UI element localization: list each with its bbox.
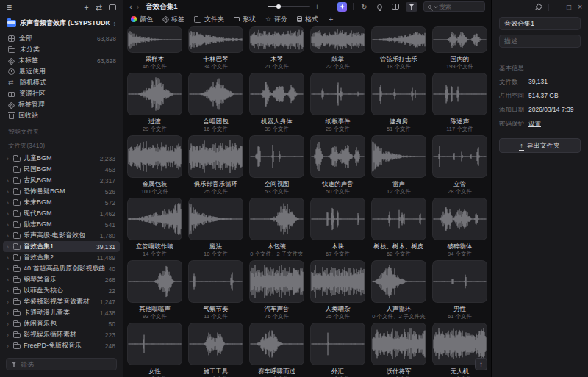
audio-folder-card[interactable]: 施工工具86 个文件: [188, 323, 243, 377]
add-filter-icon[interactable]: +: [329, 15, 333, 24]
audio-folder-card[interactable]: 树枝、树木、树皮62 个文件: [371, 198, 426, 257]
caret-icon[interactable]: ›: [5, 210, 10, 218]
caret-icon[interactable]: ›: [5, 188, 10, 195]
search-input[interactable]: [439, 3, 481, 10]
waveform-thumbnail[interactable]: [188, 260, 243, 303]
sidebar-item-未分类[interactable]: 未分类: [0, 44, 123, 55]
waveform-thumbnail[interactable]: [127, 26, 182, 53]
waveform-thumbnail[interactable]: [249, 198, 304, 240]
zoom-slider[interactable]: − +: [259, 3, 320, 11]
waveform-thumbnail[interactable]: [310, 26, 365, 53]
audio-folder-card[interactable]: 纸板事件29 个文件: [310, 73, 365, 132]
folder-item-励志BGM[interactable]: ›励志BGM541: [3, 219, 120, 230]
caret-icon[interactable]: ›: [5, 320, 10, 328]
audio-folder-card[interactable]: 国内的199 个文件: [432, 26, 487, 70]
back-icon[interactable]: ‹: [129, 0, 132, 13]
caret-icon[interactable]: ›: [5, 265, 10, 273]
caret-icon[interactable]: ›: [5, 155, 10, 162]
toggle-sidebar-icon[interactable]: [109, 4, 116, 10]
waveform-thumbnail[interactable]: [188, 26, 243, 53]
audio-folder-card[interactable]: 女性51 个文件: [127, 323, 182, 377]
hamburger-menu-icon[interactable]: ≡: [7, 2, 12, 12]
pin-icon[interactable]: [533, 2, 543, 12]
sidebar-item-未标签[interactable]: 未标签63,828: [0, 55, 123, 66]
zoom-slider-track[interactable]: [268, 6, 310, 7]
caret-icon[interactable]: ›: [5, 309, 10, 317]
waveform-thumbnail[interactable]: [127, 73, 182, 115]
audio-folder-card[interactable]: 木块67 个文件: [310, 198, 365, 257]
audio-folder-card[interactable]: 汽车声音76 个文件: [249, 260, 304, 320]
audio-folder-card[interactable]: 沃什将军35 个文件: [371, 323, 426, 377]
waveform-thumbnail[interactable]: [249, 323, 304, 365]
waveform-thumbnail[interactable]: [371, 323, 426, 365]
audio-folder-card[interactable]: 空间视图53 个文件: [249, 135, 304, 195]
folder-item-未来BGM[interactable]: ›未来BGM572: [3, 197, 120, 208]
add-library-icon[interactable]: +: [84, 3, 88, 12]
filter-panel-icon[interactable]: [406, 2, 417, 12]
filter-chip-folder[interactable]: 文件夹: [194, 15, 224, 24]
zoom-in-icon[interactable]: +: [315, 3, 319, 11]
audio-folder-card[interactable]: 人类嘈杂25 个文件: [310, 260, 365, 320]
sync-icon[interactable]: ⇄: [96, 3, 102, 12]
caret-icon[interactable]: ›: [5, 276, 10, 284]
sidebar-item-最近使用[interactable]: 最近使用: [0, 66, 123, 77]
waveform-thumbnail[interactable]: [127, 260, 182, 303]
waveform-thumbnail[interactable]: [371, 198, 426, 240]
waveform-thumbnail[interactable]: [249, 73, 304, 115]
sidebar-filter-box[interactable]: [6, 358, 117, 370]
folder-item-古风BGM[interactable]: ›古风BGM2,317: [3, 175, 120, 186]
folder-item-以菲盘为核心[interactable]: ›以菲盘为核心22: [3, 285, 120, 296]
caret-icon[interactable]: ›: [5, 177, 10, 184]
filter-chip-format[interactable]: 格式: [297, 15, 318, 24]
chevron-down-icon[interactable]: [434, 4, 438, 8]
caret-icon[interactable]: ›: [5, 254, 10, 262]
audio-folder-card[interactable]: 其他嗡嗡声93 个文件: [127, 260, 182, 320]
audio-folder-card[interactable]: 合唱团包16 个文件: [188, 73, 243, 132]
filter-chip-color[interactable]: 颜色: [131, 15, 153, 24]
sidebar-item-全部[interactable]: 全部63,828: [0, 33, 123, 44]
waveform-thumbnail[interactable]: [249, 135, 304, 178]
zoom-slider-knob[interactable]: [276, 4, 281, 9]
folder-item-卡通动漫儿童类[interactable]: ›卡通动漫儿童类1,438: [3, 307, 120, 318]
waveform-thumbnail[interactable]: [310, 323, 365, 365]
waveform-thumbnail[interactable]: [127, 323, 182, 365]
folder-item-休闲音乐包[interactable]: ›休闲音乐包50: [3, 318, 120, 329]
audio-folder-card[interactable]: 过渡29 个文件: [127, 73, 182, 132]
audio-folder-card[interactable]: 气氛节奏11 个文件: [188, 260, 243, 320]
maximize-button[interactable]: □: [567, 0, 571, 15]
audio-folder-card[interactable]: 雷声12 个文件: [371, 135, 426, 195]
audio-folder-card[interactable]: 金属包装100 个文件: [127, 135, 182, 195]
audio-folder-card[interactable]: 健身房51 个文件: [371, 73, 426, 132]
minimize-button[interactable]: −: [556, 0, 560, 15]
folder-item-恐怖悬疑BGM[interactable]: ›恐怖悬疑BGM526: [3, 186, 120, 197]
refresh-icon[interactable]: ↻: [359, 2, 369, 12]
waveform-thumbnail[interactable]: [371, 26, 426, 53]
waveform-thumbnail[interactable]: [188, 135, 243, 178]
folder-item-乐声高级-电影音效包[interactable]: ›乐声高级-电影音效包1,780: [3, 230, 120, 241]
audio-folder-card[interactable]: 机器人身体39 个文件: [249, 73, 304, 132]
waveform-thumbnail[interactable]: [371, 73, 426, 115]
waveform-thumbnail[interactable]: [432, 260, 487, 303]
audio-folder-card[interactable]: 卡林巴琴34 个文件: [188, 26, 243, 70]
layout-icon[interactable]: [390, 2, 400, 12]
folder-item-民国BGM[interactable]: 民国BGM453: [3, 164, 120, 175]
waveform-thumbnail[interactable]: [188, 323, 243, 365]
folder-item-FreePD-免版权音乐[interactable]: ›FreePD-免版权音乐248: [3, 340, 120, 351]
caret-icon[interactable]: ›: [5, 287, 10, 295]
library-switch-icon[interactable]: ↕: [113, 20, 117, 27]
forward-icon[interactable]: ›: [137, 0, 140, 13]
waveform-thumbnail[interactable]: [432, 198, 487, 240]
audio-folder-card[interactable]: 立管嘎吱作响14 个文件: [127, 198, 182, 257]
folder-item-40 首超高品质原创影视歌曲[interactable]: ›40 首超高品质原创影视歌曲40: [3, 263, 120, 274]
sidebar-filter-input[interactable]: [21, 361, 112, 368]
waveform-thumbnail[interactable]: [310, 73, 365, 115]
audio-folder-card[interactable]: 俱乐部音乐循环25 个文件: [188, 135, 243, 195]
audio-folder-card[interactable]: 人声循环0 个文件、2 子文件夹: [371, 260, 426, 320]
folder-item-钢琴类音乐[interactable]: ›钢琴类音乐268: [3, 274, 120, 285]
caret-icon[interactable]: ›: [5, 199, 10, 207]
sidebar-item-随机模式[interactable]: ⇄随机模式: [0, 77, 123, 88]
audio-folder-card[interactable]: 破碎物体94 个文件: [432, 198, 487, 257]
folder-item-华盛顿影视类音效素材[interactable]: ›华盛顿影视类音效素材1,247: [3, 296, 120, 307]
waveform-thumbnail[interactable]: [127, 198, 182, 240]
audio-folder-card[interactable]: 木包装0 个文件、2 子文件夹: [249, 198, 304, 257]
